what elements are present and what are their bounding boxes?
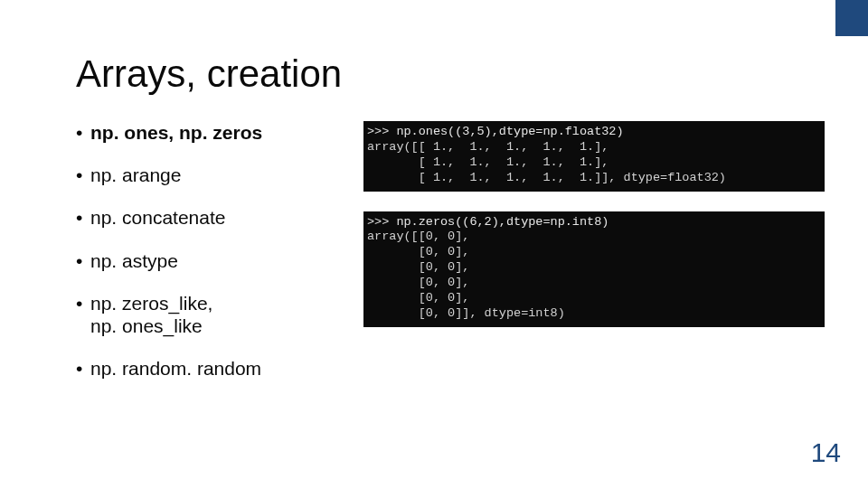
console-zeros: >>> np.zeros((6,2),dtype=np.int8) array(… [363, 211, 825, 327]
list-item-label: np. random. random [90, 358, 261, 379]
list-item-label: np. concatenate [90, 207, 225, 228]
page-number: 14 [811, 437, 841, 468]
prompt: >>> [367, 215, 396, 229]
console-ones: >>> np.ones((3,5),dtype=np.float32) arra… [363, 121, 825, 192]
list-item: np. astype [76, 249, 347, 272]
prompt: >>> [367, 125, 396, 138]
list-item-label: np. arange [90, 164, 181, 185]
list-item-label: np. ones, np. zeros [90, 122, 262, 143]
list-item: np. arange [76, 164, 347, 186]
list-item: np. zeros_like, np. ones_like [76, 292, 347, 337]
content-columns: np. ones, np. zeros np. arange np. conca… [76, 121, 832, 399]
command: np.zeros((6,2),dtype=np.int8) [396, 215, 609, 229]
list-item: np. concatenate [76, 206, 347, 229]
slide: Arrays, creation np. ones, np. zeros np.… [0, 0, 868, 488]
output: array([[0, 0], [0, 0], [0, 0], [0, 0], [… [367, 230, 565, 319]
page-title: Arrays, creation [76, 52, 832, 96]
list-item-label: np. zeros_like, [90, 293, 212, 314]
list-item: np. ones, np. zeros [76, 121, 347, 144]
list-item-sub: np. ones_like [90, 314, 347, 337]
command: np.ones((3,5),dtype=np.float32) [396, 125, 623, 138]
bullet-list: np. ones, np. zeros np. arange np. conca… [76, 121, 347, 399]
code-column: >>> np.ones((3,5),dtype=np.float32) arra… [363, 121, 825, 399]
list-item: np. random. random [76, 357, 347, 380]
output: array([[ 1., 1., 1., 1., 1.], [ 1., 1., … [367, 140, 726, 184]
list-item-label: np. astype [90, 250, 178, 271]
